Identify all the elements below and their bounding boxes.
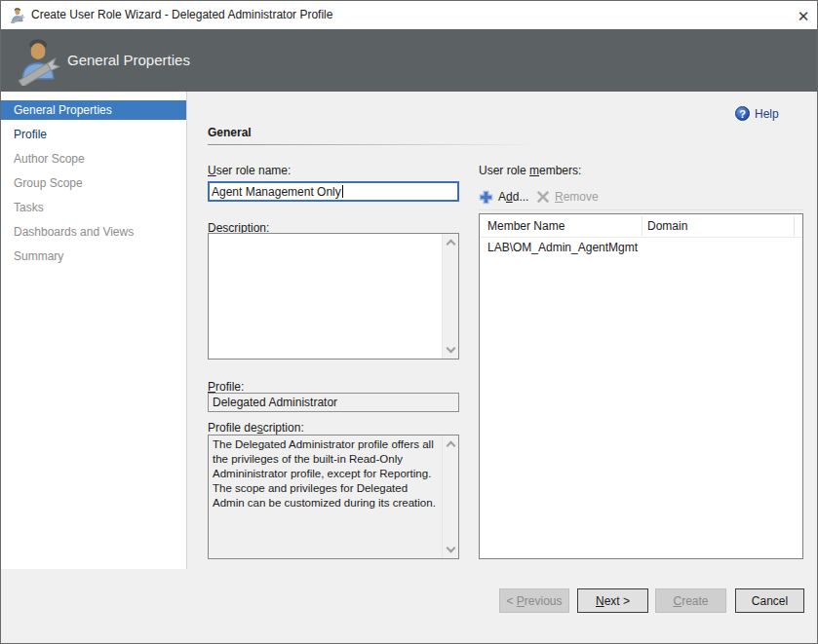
wizard-navigation-sidebar: General Properties Profile Author Scope …	[1, 92, 186, 569]
add-button-label: Add...	[498, 190, 528, 204]
section-heading: General	[208, 126, 252, 139]
description-scrollbar[interactable]	[442, 234, 458, 359]
title-bar: Create User Role Wizard - Delegated Admi…	[1, 1, 817, 29]
user-role-name-input[interactable]: Agent Management Only	[208, 181, 459, 202]
help-icon: ?	[735, 106, 750, 121]
column-divider	[642, 216, 643, 236]
next-button[interactable]: Next >	[577, 588, 648, 613]
close-button[interactable]: ✕	[791, 4, 816, 27]
plus-icon	[479, 190, 493, 205]
window-title: Create User Role Wizard - Delegated Admi…	[31, 8, 332, 21]
scroll-down-arrow-icon[interactable]	[446, 544, 455, 553]
create-button[interactable]: Create	[655, 588, 726, 613]
scroll-down-arrow-icon[interactable]	[446, 344, 455, 354]
profile-description-scrollbar[interactable]	[442, 436, 458, 558]
description-field	[208, 233, 459, 360]
help-label: Help	[755, 107, 779, 121]
user-role-name-label: User role name:	[208, 164, 291, 177]
members-table-header: Member Name Domain	[480, 214, 802, 238]
sidebar-item-profile[interactable]: Profile	[1, 125, 186, 144]
sidebar-item-group-scope: Group Scope	[1, 173, 186, 193]
user-role-members-list[interactable]: Member Name Domain LAB\OM_Admin_AgentMgm…	[479, 213, 803, 559]
profile-label: Profile:	[208, 380, 244, 394]
wizard-footer: < Previous Next > Create Cancel	[1, 569, 817, 644]
column-header-domain[interactable]: Domain	[647, 219, 687, 233]
user-role-banner-icon	[13, 35, 61, 86]
page-title: General Properties	[67, 52, 190, 68]
scroll-up-arrow-icon[interactable]	[446, 441, 455, 451]
profile-description-text: The Delegated Administrator profile offe…	[213, 437, 439, 511]
member-name-cell: LAB\OM_Admin_AgentMgmt	[487, 241, 638, 254]
sidebar-item-general-properties[interactable]: General Properties	[1, 100, 186, 120]
section-divider	[208, 144, 539, 145]
profile-value: Delegated Administrator	[213, 396, 337, 409]
cancel-button[interactable]: Cancel	[735, 588, 804, 613]
remove-button[interactable]: Remove	[536, 186, 599, 208]
user-role-name-value: Agent Management Only	[212, 185, 341, 199]
profile-readonly-field: Delegated Administrator	[208, 393, 459, 412]
toolbar-divider	[479, 209, 803, 210]
wizard-header-banner: General Properties	[1, 29, 817, 92]
wizard-window: Create User Role Wizard - Delegated Admi…	[0, 0, 818, 644]
add-button[interactable]: Add...	[479, 186, 528, 208]
profile-description-box: The Delegated Administrator profile offe…	[208, 435, 459, 559]
user-role-app-icon	[9, 7, 25, 23]
column-header-member-name[interactable]: Member Name	[487, 219, 565, 233]
sidebar-item-author-scope: Author Scope	[1, 149, 186, 169]
scroll-up-arrow-icon[interactable]	[446, 240, 455, 249]
user-role-members-label: User role members:	[479, 164, 581, 177]
sidebar-item-summary: Summary	[1, 246, 186, 266]
sidebar-item-dashboards-and-views: Dashboards and Views	[1, 222, 186, 242]
x-icon	[536, 190, 550, 204]
column-divider	[794, 216, 795, 236]
description-textarea[interactable]	[209, 234, 442, 359]
text-caret	[342, 185, 343, 198]
sidebar-item-tasks: Tasks	[1, 198, 186, 217]
remove-button-label: Remove	[555, 190, 599, 204]
content-pane: ? Help General User role name: Agent Man…	[186, 92, 818, 569]
previous-button[interactable]: < Previous	[499, 588, 569, 613]
member-row[interactable]: LAB\OM_Admin_AgentMgmt	[480, 240, 802, 257]
profile-description-label: Profile description:	[208, 421, 304, 435]
help-link[interactable]: ? Help	[735, 106, 779, 121]
close-icon: ✕	[798, 9, 810, 23]
